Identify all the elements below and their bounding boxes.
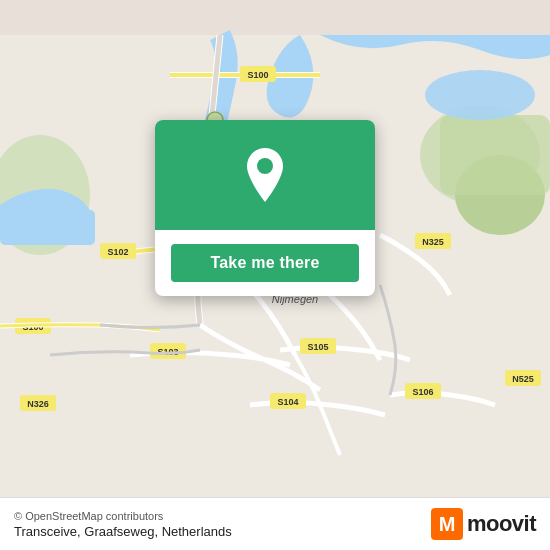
svg-text:S106: S106: [412, 387, 433, 397]
bottom-bar: © OpenStreetMap contributors Transceive,…: [0, 497, 550, 550]
popup-button-area: Take me there: [155, 230, 375, 296]
svg-point-31: [257, 158, 273, 174]
moovit-logo: M moovit: [431, 508, 536, 540]
osm-attribution: © OpenStreetMap contributors: [14, 510, 232, 522]
svg-rect-3: [440, 115, 550, 195]
svg-text:S100: S100: [247, 70, 268, 80]
moovit-brand-text: moovit: [467, 511, 536, 537]
location-pin-icon: [243, 148, 287, 202]
map-container: S100 S102 N325 S103 S105 S104 S106 S100: [0, 0, 550, 550]
svg-text:M: M: [439, 513, 456, 535]
svg-text:N325: N325: [422, 237, 444, 247]
popup-header: [155, 120, 375, 230]
svg-point-30: [425, 70, 535, 120]
location-name: Transceive, Graafseweg, Netherlands: [14, 524, 232, 539]
svg-text:N525: N525: [512, 374, 534, 384]
svg-text:S105: S105: [307, 342, 328, 352]
svg-rect-5: [0, 210, 95, 245]
take-me-there-button[interactable]: Take me there: [171, 244, 359, 282]
moovit-icon: M: [431, 508, 463, 540]
popup-card: Take me there: [155, 120, 375, 296]
svg-text:S102: S102: [107, 247, 128, 257]
bottom-left-info: © OpenStreetMap contributors Transceive,…: [14, 510, 232, 539]
svg-text:N326: N326: [27, 399, 49, 409]
svg-text:S104: S104: [277, 397, 298, 407]
